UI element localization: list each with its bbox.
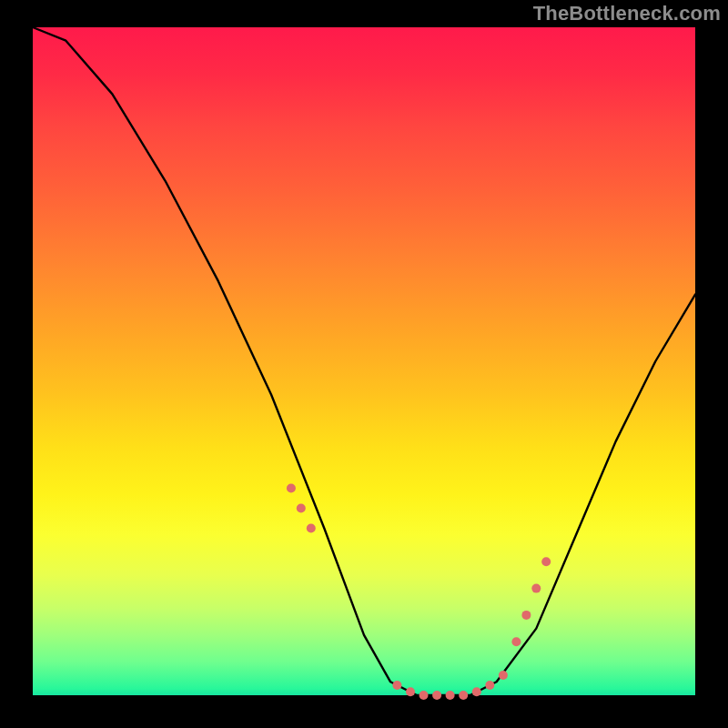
- plot-area: [33, 27, 695, 695]
- watermark-text: TheBottleneck.com: [533, 2, 721, 25]
- chart-stage: TheBottleneck.com: [0, 0, 728, 728]
